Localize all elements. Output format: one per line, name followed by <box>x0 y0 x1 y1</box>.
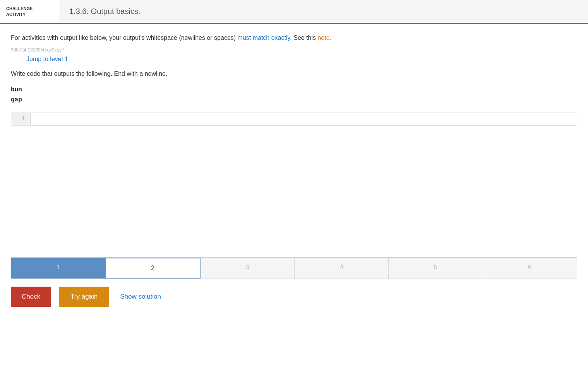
line-number: 1 <box>11 113 30 124</box>
editor-line-1: 1 <box>11 113 577 126</box>
main-content: For activities with output like below, y… <box>0 24 588 279</box>
instructions-text: Write code that outputs the following. E… <box>11 70 577 77</box>
level-tab-4[interactable]: 4 <box>295 258 389 279</box>
editor-body[interactable] <box>11 126 577 257</box>
badge-text: CHALLENGE ACTIVITY <box>6 6 33 17</box>
expected-output: bun gap <box>11 85 577 105</box>
level-tab-2[interactable]: 2 <box>105 258 200 279</box>
show-solution-button[interactable]: Show solution <box>117 287 164 307</box>
action-buttons: Check Try again Show solution <box>0 279 588 315</box>
note-link[interactable]: note. <box>317 34 331 41</box>
check-button[interactable]: Check <box>11 287 51 307</box>
activity-id: 380724.1316250.qx3zqy7 <box>11 47 577 53</box>
level-tabs: 1 2 3 4 5 6 <box>11 258 577 279</box>
challenge-badge: CHALLENGE ACTIVITY <box>0 0 60 23</box>
output-line-1: bun <box>11 85 577 95</box>
jump-to-level-link[interactable]: Jump to level 1 <box>26 56 68 63</box>
code-input[interactable] <box>30 113 577 125</box>
page-header: CHALLENGE ACTIVITY 1.3.6: Output basics. <box>0 0 588 24</box>
try-again-button[interactable]: Try again <box>59 287 109 307</box>
level-tab-3[interactable]: 3 <box>201 258 295 279</box>
level-tab-1[interactable]: 1 <box>11 258 105 279</box>
page-title: 1.3.6: Output basics. <box>60 7 140 16</box>
output-line-2: gap <box>11 95 577 105</box>
level-tab-6[interactable]: 6 <box>483 258 577 279</box>
level-tab-5[interactable]: 5 <box>389 258 483 279</box>
code-editor: 1 <box>11 113 577 258</box>
info-paragraph: For activities with output like below, y… <box>11 33 577 43</box>
